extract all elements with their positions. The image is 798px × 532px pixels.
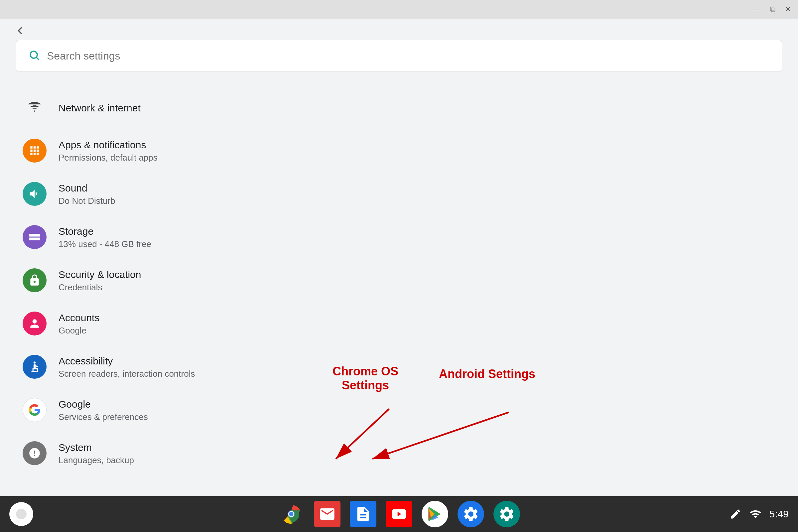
svg-line-1 [37, 58, 39, 60]
google-text: Google Services & preferences [58, 398, 148, 422]
svg-point-2 [34, 361, 36, 363]
sound-subtitle: Do Not Disturb [58, 196, 115, 206]
storage-icon [23, 225, 46, 249]
clock: 5:49 [770, 508, 789, 520]
wifi-icon [23, 96, 46, 120]
taskbar-right: 5:49 [729, 508, 789, 520]
youtube-app-icon[interactable] [386, 501, 412, 527]
apps-text: Apps & notifications Permissions, defaul… [58, 138, 158, 163]
wifi-status-icon [749, 508, 761, 520]
google-title: Google [58, 398, 148, 411]
accounts-title: Accounts [58, 311, 99, 324]
docs-app-icon[interactable] [350, 501, 376, 527]
search-bar [16, 40, 782, 72]
taskbar: 5:49 [0, 496, 798, 532]
search-icon [28, 49, 40, 62]
storage-subtitle: 13% used - 448 GB free [58, 239, 151, 249]
playstore-app-icon[interactable] [422, 501, 448, 527]
sound-title: Sound [58, 182, 115, 194]
google-icon [23, 398, 46, 422]
taskbar-left [9, 502, 33, 526]
chrome-settings-app-icon[interactable] [457, 501, 484, 527]
settings-item-accessibility[interactable]: Accessibility Screen readers, interactio… [16, 345, 782, 388]
maximize-button[interactable]: ⧉ [770, 5, 775, 13]
network-text: Network & internet [58, 101, 141, 114]
close-button[interactable]: ✕ [785, 5, 791, 13]
android-settings-app-icon[interactable] [493, 501, 520, 527]
accessibility-icon [23, 355, 46, 379]
system-text: System Languages, backup [58, 441, 134, 466]
apps-subtitle: Permissions, default apps [58, 153, 158, 163]
launcher-dot [16, 509, 26, 519]
svg-point-9 [289, 512, 293, 516]
taskbar-apps [278, 501, 520, 527]
settings-item-security[interactable]: Security & location Credentials [16, 259, 782, 302]
google-subtitle: Services & preferences [58, 412, 148, 422]
chrome-app-icon[interactable] [278, 501, 305, 527]
settings-item-accounts[interactable]: Accounts Google [16, 302, 782, 345]
settings-list: Network & internet Apps & notifications … [16, 87, 782, 486]
apps-title: Apps & notifications [58, 138, 158, 151]
system-subtitle: Languages, backup [58, 455, 134, 466]
system-title: System [58, 441, 134, 454]
system-icon [23, 441, 46, 465]
accounts-text: Accounts Google [58, 311, 99, 336]
sound-text: Sound Do Not Disturb [58, 182, 115, 206]
settings-item-sound[interactable]: Sound Do Not Disturb [16, 172, 782, 215]
accessibility-text: Accessibility Screen readers, interactio… [58, 355, 195, 379]
gmail-app-icon[interactable] [314, 501, 341, 527]
settings-item-network[interactable]: Network & internet [16, 87, 782, 129]
back-button[interactable] [8, 19, 32, 42]
accessibility-subtitle: Screen readers, interaction controls [58, 369, 195, 379]
accessibility-title: Accessibility [58, 355, 195, 367]
settings-item-apps[interactable]: Apps & notifications Permissions, defaul… [16, 129, 782, 172]
sound-icon [23, 182, 46, 206]
accounts-icon [23, 311, 46, 336]
search-input[interactable] [47, 50, 770, 62]
settings-item-storage[interactable]: Storage 13% used - 448 GB free [16, 215, 782, 259]
storage-title: Storage [58, 225, 151, 238]
settings-item-google[interactable]: Google Services & preferences [16, 388, 782, 432]
minimize-button[interactable]: — [753, 5, 760, 13]
pen-icon [729, 508, 741, 520]
security-subtitle: Credentials [58, 282, 141, 292]
security-icon [23, 268, 46, 292]
security-text: Security & location Credentials [58, 268, 141, 292]
security-title: Security & location [58, 268, 141, 281]
apps-icon [23, 139, 46, 163]
network-title: Network & internet [58, 101, 141, 114]
window-controls: — ⧉ ✕ [753, 5, 791, 13]
storage-text: Storage 13% used - 448 GB free [58, 225, 151, 249]
title-bar: — ⧉ ✕ [0, 0, 798, 19]
launcher-button[interactable] [9, 502, 33, 526]
accounts-subtitle: Google [58, 325, 99, 336]
settings-item-system[interactable]: System Languages, backup [16, 432, 782, 475]
